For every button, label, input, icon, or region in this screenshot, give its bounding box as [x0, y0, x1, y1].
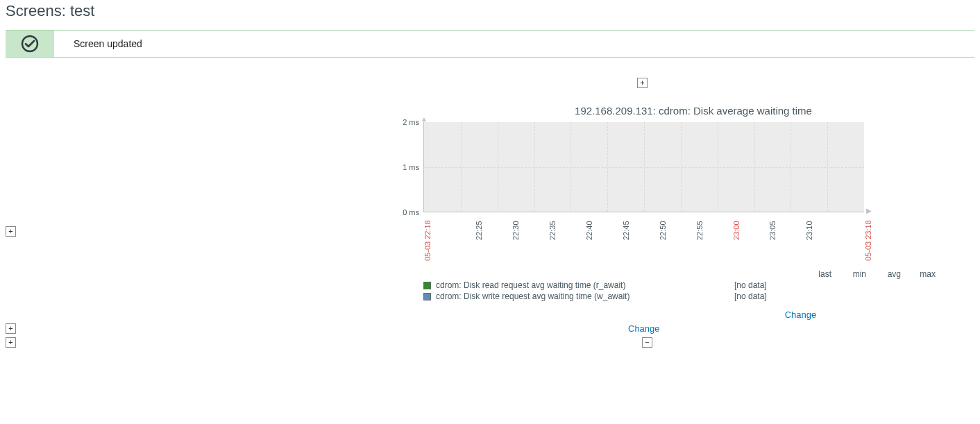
notice-bar: Screen updated — [6, 30, 974, 58]
legend-label: cdrom: Disk read request avg waiting tim… — [436, 280, 734, 290]
notice-text: Screen updated — [54, 38, 142, 49]
x-tick-end: 05-03 23:18 — [864, 220, 872, 261]
legend-label: cdrom: Disk write request avg waiting ti… — [436, 291, 734, 301]
x-tick: 22:55 — [695, 221, 704, 240]
screen-grid: + + 192.168.209.131: cdrom: Disk average… — [6, 77, 974, 348]
legend-header: last — [797, 269, 831, 279]
add-cell-top-button[interactable]: + — [637, 78, 648, 88]
x-tick: 22:50 — [659, 221, 667, 240]
x-axis-arrow-icon: ▶ — [864, 204, 872, 214]
legend-status: [no data] — [734, 291, 797, 301]
remove-cell-button[interactable]: − — [642, 337, 652, 348]
x-tick: 23:05 — [768, 221, 777, 240]
svg-point-0 — [22, 36, 37, 51]
chart-plot-area: ▶ — [423, 122, 864, 212]
y-tick: 1 ms — [403, 163, 419, 171]
y-tick: 0 ms — [403, 208, 419, 217]
legend-status: [no data] — [734, 280, 797, 290]
x-tick: 23:10 — [805, 221, 813, 240]
x-tick: 22:40 — [585, 221, 593, 240]
x-tick: 22:45 — [622, 221, 630, 240]
page-title: Screens: test — [0, 0, 980, 30]
x-tick-start: 05-03 22:18 — [423, 220, 432, 261]
x-tick: 22:25 — [475, 221, 483, 240]
add-row-button[interactable]: + — [6, 323, 16, 334]
x-axis: 05-03 22:18 22:25 22:30 22:35 22:40 22:4… — [423, 212, 864, 262]
legend-header: min — [831, 269, 866, 279]
change-row-link[interactable]: Change — [628, 323, 660, 334]
y-axis: ▲ 2 ms 1 ms 0 ms — [382, 122, 423, 212]
x-tick: 23:00 — [732, 221, 741, 240]
add-row-button-2[interactable]: + — [6, 337, 16, 348]
x-tick: 22:30 — [512, 221, 520, 240]
legend-header: avg — [866, 269, 901, 279]
chart-widget: 192.168.209.131: cdrom: Disk average wai… — [382, 88, 936, 301]
legend-header: max — [901, 269, 936, 279]
x-tick: 22:35 — [548, 221, 557, 240]
add-cell-left-button[interactable]: + — [6, 226, 16, 237]
change-widget-link[interactable]: Change — [785, 309, 817, 320]
legend-swatch — [423, 293, 431, 300]
chart-legend: last min avg max cdrom: Disk read reques… — [423, 269, 936, 301]
y-tick: 2 ms — [403, 118, 419, 126]
legend-swatch — [423, 282, 431, 289]
success-icon — [6, 31, 54, 57]
chart-title: 192.168.209.131: cdrom: Disk average wai… — [451, 105, 936, 117]
